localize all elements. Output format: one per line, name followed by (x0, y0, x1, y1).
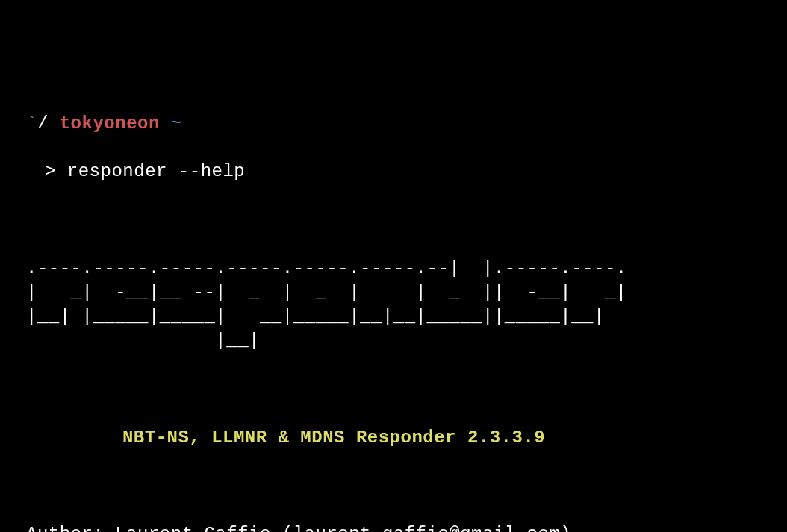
prompt-arrow: > (45, 161, 56, 181)
prompt-username: tokyoneon (60, 113, 160, 134)
ascii-line-4: |__| (26, 331, 260, 351)
prompt-slash: / (37, 113, 49, 134)
blank-line (0, 378, 787, 401)
blank-line (0, 208, 787, 232)
blank-line (0, 474, 787, 498)
prompt-backtick: ` (26, 113, 37, 134)
prompt-cwd: ~ (171, 113, 182, 134)
command-text: responder --help (67, 161, 245, 181)
author-info: Author: Laurent Gaffie (laurent.gaffie@g… (0, 522, 787, 532)
ascii-line-1: .----.-----.-----.-----.-----.-----.--| … (26, 258, 627, 278)
ascii-banner: .----.-----.-----.-----.-----.-----.--| … (0, 257, 787, 354)
ascii-line-3: |__| |_____|_____| __|_____|__|__|_____|… (26, 307, 605, 327)
program-title: NBT-NS, LLMNR & MDNS Responder 2.3.3.9 (0, 426, 787, 450)
command-input-line[interactable]: > responder --help (0, 160, 787, 184)
author-line: Author: Laurent Gaffie (laurent.gaffie@g… (26, 524, 571, 532)
ascii-line-2: | _| -__|__ --| _ | _ | | _ || -__| _| (26, 282, 627, 302)
shell-prompt: `/ tokyoneon ~ (0, 97, 787, 136)
